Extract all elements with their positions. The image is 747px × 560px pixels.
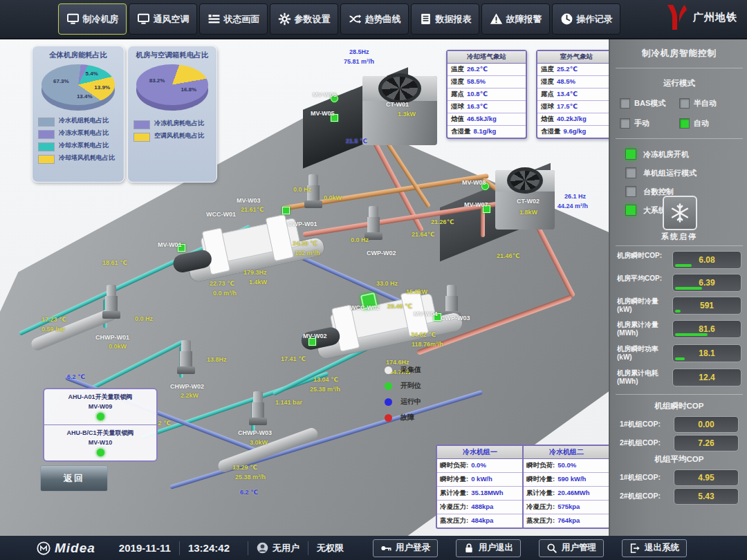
system-start-stop-button[interactable] [663,196,697,230]
scene-label: 21.5 ℃ [346,138,367,144]
permission-text: 无权限 [317,542,344,554]
statusbar-button-magnifier[interactable]: 用户管理 [539,539,604,557]
scene-label: MV-W03 [237,197,261,204]
lock-icon [463,543,474,554]
status-legend-item: 运行中 [385,397,421,407]
nav-tab-2[interactable]: 状态画面 [199,3,268,35]
energy-pie-panel-1: 全体机房能耗占比 67.3%5.4%13.9%13.4% 冷水机组耗电占比冷冻水… [32,46,124,183]
nav-tab-4[interactable]: 趋势曲线 [340,3,409,35]
cop-value-field: 7.26 [674,435,739,451]
scene-label: 21.46℃ [497,252,519,259]
metric-row: 机房瞬时冷量 (kW) 591 [617,297,743,317]
legend-label: 冷冻机房耗电占比 [154,120,204,127]
water-pump[interactable] [365,206,382,241]
mode-checkbox-BAS模式[interactable]: BAS模式 [620,98,679,109]
scene-label: 26.1 Hz [564,193,586,200]
alarm-icon [490,12,503,26]
statusbar-button-key[interactable]: 用户登录 [373,539,438,557]
nav-tab-5[interactable]: 数据报表 [411,3,479,35]
nav-tab-3[interactable]: 参数设置 [270,3,338,35]
pie-chart-room-vs-ahu: 83.2%16.8% [136,64,208,114]
metric-value-field: 6.08 [672,251,741,269]
mode-checkbox-手动[interactable]: 手动 [620,118,679,129]
pie-legend-item: 冷却塔风机耗电占比 [38,154,118,164]
scene-label: 29.46 ℃ [387,303,412,310]
pie-value-label: 13.4% [77,93,93,100]
midea-logo-icon [36,541,51,556]
mode-checkbox-半自动[interactable]: 半自动 [679,98,739,109]
scene-label: CWP-W02 [367,250,396,256]
statusbar-button-exit[interactable]: 退出系统 [622,539,687,557]
scene-label: WCC-W02 [350,304,380,311]
metric-progress-bar [675,310,681,312]
nav-tab-6[interactable]: 故障报警 [481,3,550,35]
nav-tab-label: 参数设置 [295,13,331,26]
pie-value-label: 13.9% [94,84,110,91]
scene-label: 33.0 Hz [376,280,398,287]
pie-title: 全体机房能耗占比 [33,50,124,60]
nav-tab-7[interactable]: 操作记录 [552,3,620,35]
legend-swatch [38,142,55,151]
cooling-tower-weather-panel: 冷却塔气象站温度26.2℃湿度58.5%露点10.8℃湿球16.3℃焓值46.5… [446,50,527,139]
nav-tab-label: 趋势曲线 [365,13,401,26]
scene-label: CT-W02 [517,198,540,205]
scene-label: 0.0kW [324,194,342,201]
status-legend-item: 开到位 [385,381,421,391]
midea-brand: Midea [36,541,95,556]
metric-label: 机房瞬时功率 (kW) [617,345,671,361]
scene-label: CT-W01 [386,101,409,108]
pie-value-label: 16.8% [181,86,196,93]
weather-panel-title: 冷却塔气象站 [448,51,526,64]
legend-swatch [133,133,150,142]
scene-label: 6.2 ℃ [240,489,258,496]
system-start-stop-label: 系统启停 [610,232,747,242]
weather-row: 露点10.8℃ [448,88,526,101]
nav-tab-label: 状态画面 [224,13,260,26]
chiller-table-row: 瞬时负荷:0.0% [437,459,523,473]
status-legend: 采集值开到位运行中故障 [385,365,421,429]
pie-legend-item: 冷冻水泵耗电占比 [38,129,118,139]
status-dot [385,366,392,374]
metric-label: 机房瞬时冷量 (kW) [617,297,671,313]
nav-tab-0[interactable]: 制冷机房 [58,3,127,35]
scene-label: 28.5Hz [349,48,369,55]
statusbar-button-lock[interactable]: 用户退出 [456,539,521,557]
nav-tab-1[interactable]: 通风空调 [129,3,197,35]
weather-row: 湿球17.5℃ [537,101,616,113]
midea-text: Midea [55,541,95,556]
energy-pie-panel-2: 机房与空调箱耗电占比 83.2%16.8% 冷冻机房耗电占比空调风机耗电占比 [127,46,217,183]
metric-label: 机房累计冷量 (MWh) [617,321,671,337]
snowflake-icon [670,203,690,223]
scene-label: 22.73 ℃ [210,280,234,287]
scene-label: CHWP-W01 [95,334,129,341]
legend-swatch [38,155,55,164]
water-pump[interactable] [249,391,267,426]
chiller-table-row: 瞬时冷量:0 kW/h [437,473,523,487]
weather-row: 湿球16.3℃ [448,101,526,113]
cop-row: 2#机组COP: 5.43 [620,488,743,505]
scene-label: 3.0kW [250,439,268,446]
nav-tab-label: 制冷机房 [83,13,119,26]
top-navigation: 制冷机房通风空调状态画面参数设置趋势曲线数据报表故障报警操作记录 广州地铁 [0,0,747,39]
water-pump[interactable] [102,285,120,319]
chiller-table-row: 蒸发压力:484kpa [437,514,523,528]
pie-chart-room-energy: 67.3%5.4%13.9%13.4% [42,64,115,114]
interlock-on-indicator [97,413,104,420]
weather-row: 温度26.2℃ [448,64,526,76]
bottom-status-bar: Midea 2019-11-11 13:24:42 无用户 无权限 用户登录用户… [0,536,747,560]
back-button[interactable]: 返回 [40,465,108,492]
metric-row: 机房累计电耗 (MWh) 12.4 [617,368,743,389]
scene-label: 6.2 ℃ [67,373,85,380]
indicator-单机组运行模式: 单机组运行模式 [625,167,747,178]
metric-label: 机房累计电耗 (MWh) [617,369,671,385]
tower-fan-icon [507,167,543,194]
legend-label: 空调风机耗电占比 [154,132,204,139]
scene-label: 15.8kW [406,288,427,295]
user-icon [257,542,268,554]
chiller-table-title: 冷水机组二 [524,446,609,459]
nav-tab-label: 数据报表 [436,13,472,26]
mode-checkbox-自动[interactable]: 自动 [679,118,739,129]
interlock-on-indicator [97,449,104,456]
water-pump[interactable] [177,340,195,375]
tower-fan-icon [378,73,421,104]
